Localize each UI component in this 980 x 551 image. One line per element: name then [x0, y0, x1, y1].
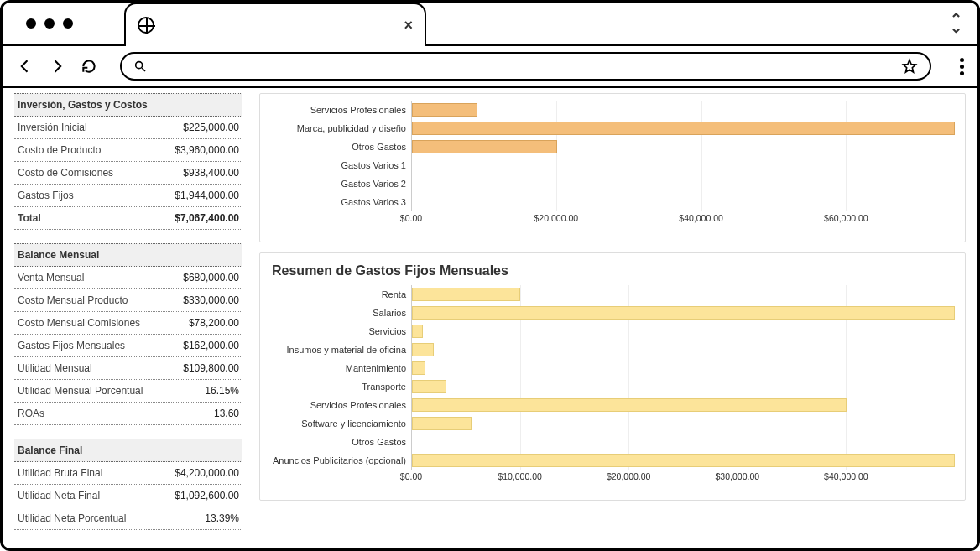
axis-tick-label: $60,000.00 — [824, 213, 868, 223]
summary-row-value: $938,400.00 — [183, 167, 239, 179]
summary-row: Utilidad Neta Porcentual13.39% — [14, 507, 242, 530]
chart-card: Servicios ProfesionalesMarca, publicidad… — [259, 93, 966, 242]
bar-track — [411, 322, 955, 340]
bar-track — [411, 138, 955, 156]
summary-row-value: 13.39% — [205, 512, 239, 524]
window-expand-icon[interactable]: ⌃⌄ — [950, 15, 962, 32]
bar-track — [411, 433, 955, 451]
bar-category-label: Gastos Varios 2 — [270, 179, 411, 189]
bar — [412, 140, 557, 153]
bar-row: Gastos Varios 2 — [270, 174, 955, 193]
chart-title: Resumen de Gastos Fijos Mensuales — [272, 263, 955, 278]
bar-row: Anuncios Publicitarios (opcional) — [270, 451, 955, 470]
summary-row-value: $680,000.00 — [183, 272, 239, 283]
url-input[interactable] — [155, 60, 893, 73]
section-header: Balance Mensual — [14, 243, 242, 267]
axis-tick-label: $20,000.00 — [607, 471, 651, 481]
bar-row: Servicios Profesionales — [270, 396, 955, 414]
summary-row-value: 13.60 — [214, 408, 239, 419]
window-controls[interactable] — [26, 18, 73, 29]
summary-row-value: $7,067,400.00 — [175, 212, 239, 224]
bar-track — [411, 156, 955, 174]
summary-row: Costo Mensual Producto$330,000.00 — [14, 289, 242, 312]
summary-row-label: Venta Mensual — [18, 272, 84, 283]
summary-row-value: $162,000.00 — [183, 340, 239, 351]
bar-row: Otros Gastos — [270, 433, 955, 451]
bar-row: Software y licenciamiento — [270, 414, 955, 433]
summary-row: Utilidad Bruta Final$4,200,000.00 — [14, 462, 242, 485]
summary-row-value: $4,200,000.00 — [175, 467, 239, 479]
bar-row: Salarios — [270, 304, 955, 322]
summary-row: Utilidad Neta Final$1,092,600.00 — [14, 485, 242, 507]
summary-row: Gastos Fijos$1,944,000.00 — [14, 185, 242, 207]
summary-row-label: Costo Mensual Producto — [18, 294, 128, 306]
bar — [412, 288, 520, 301]
summary-row-label: Utilidad Mensual — [18, 362, 92, 374]
bar — [412, 398, 847, 412]
summary-row-label: Total — [18, 212, 41, 224]
summary-row-value: $1,944,000.00 — [175, 190, 239, 201]
summary-row-value: $3,960,000.00 — [175, 144, 239, 156]
bar-category-label: Gastos Varios 1 — [270, 160, 411, 170]
bookmark-star-icon[interactable] — [901, 58, 918, 75]
summary-row: Costo de Producto$3,960,000.00 — [14, 139, 242, 162]
axis-tick-label: $10,000.00 — [498, 471, 542, 481]
bar-row: Otros Gastos — [270, 138, 955, 156]
reload-button[interactable] — [80, 57, 98, 75]
summary-row-label: Utilidad Bruta Final — [18, 467, 102, 479]
search-icon — [133, 60, 147, 73]
bar-track — [411, 377, 955, 396]
axis-tick-label: $20,000.00 — [534, 213, 579, 223]
bar-chart: RentaSalariosServiciosInsumos y material… — [270, 285, 955, 470]
bar-row: Servicios — [270, 322, 955, 340]
bar-category-label: Salarios — [270, 308, 411, 318]
bar-track — [411, 285, 955, 304]
summary-row: ROAs13.60 — [14, 403, 242, 425]
summary-row: Inversión Inicial$225,000.00 — [14, 117, 242, 139]
browser-tab[interactable]: × — [124, 3, 426, 46]
section-header: Balance Final — [14, 439, 242, 462]
chart-card: Resumen de Gastos Fijos MensualesRentaSa… — [259, 252, 966, 501]
menu-button[interactable] — [960, 58, 964, 75]
bar-category-label: Otros Gastos — [270, 437, 411, 447]
summary-row-label: Utilidad Mensual Porcentual — [18, 385, 143, 397]
bar-category-label: Transporte — [270, 382, 411, 392]
svg-point-0 — [136, 62, 143, 69]
summary-row-label: Costo Mensual Comisiones — [18, 317, 140, 329]
bar-category-label: Gastos Varios 3 — [270, 197, 411, 207]
bar-track — [411, 396, 955, 414]
bar-track — [411, 451, 955, 470]
url-bar[interactable] — [120, 52, 931, 81]
summary-row-value: $1,092,600.00 — [175, 490, 239, 502]
bar-track — [411, 304, 955, 322]
x-axis: $0.00$10,000.00$20,000.00$30,000.00$40,0… — [411, 470, 955, 485]
bar-category-label: Mantenimiento — [270, 363, 411, 373]
bar — [412, 325, 423, 338]
charts-area: Servicios ProfesionalesMarca, publicidad… — [259, 93, 966, 537]
bar-track — [411, 193, 955, 211]
window-max-dot[interactable] — [63, 18, 73, 29]
browser-navbar — [3, 46, 977, 88]
bar — [412, 361, 425, 375]
window-close-dot[interactable] — [26, 18, 36, 29]
bar — [412, 103, 477, 117]
bar-track — [411, 359, 955, 377]
summary-row-label: ROAs — [18, 408, 44, 419]
summary-row-label: Utilidad Neta Porcentual — [18, 512, 126, 524]
bar — [412, 343, 434, 356]
bar-category-label: Software y licenciamiento — [270, 418, 411, 429]
back-button[interactable] — [16, 57, 34, 75]
summary-row-value: $109,800.00 — [183, 362, 239, 374]
bar-category-label: Anuncios Publicitarios (opcional) — [270, 455, 411, 465]
window-min-dot[interactable] — [44, 18, 55, 29]
bar-category-label: Insumos y material de oficina — [270, 345, 411, 355]
summary-row-label: Utilidad Neta Final — [18, 490, 100, 502]
axis-tick-label: $30,000.00 — [716, 471, 760, 481]
forward-button[interactable] — [48, 57, 66, 75]
summary-row: Utilidad Mensual$109,800.00 — [14, 357, 242, 380]
summary-row-value: $330,000.00 — [183, 294, 239, 306]
globe-icon — [138, 17, 154, 34]
bar-track — [411, 340, 955, 359]
bar-category-label: Servicios Profesionales — [270, 400, 411, 410]
tab-close-button[interactable]: × — [404, 17, 413, 34]
